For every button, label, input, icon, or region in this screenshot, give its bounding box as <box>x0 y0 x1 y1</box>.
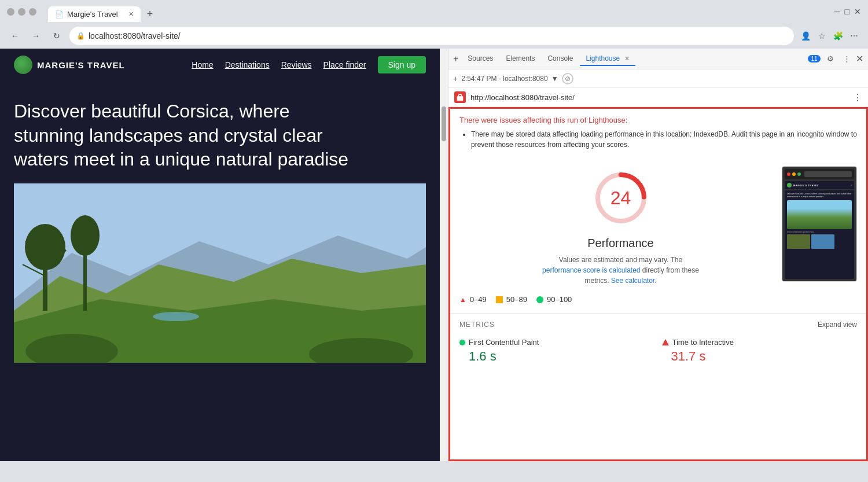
gauge-number: 24 <box>610 187 631 209</box>
sc-yellow-dot <box>792 172 796 176</box>
metric-tti: Time to Interactive 31.7 s <box>662 338 858 364</box>
url-more-icon[interactable]: ⋮ <box>853 92 862 103</box>
minimize-button[interactable]: ─ <box>7 8 14 16</box>
orange-square-icon <box>496 296 503 303</box>
legend-red-label: 0–49 <box>470 295 487 304</box>
tab-bar: 📄 Margie's Travel ✕ + <box>41 1 830 22</box>
devtools-close-button[interactable]: ✕ <box>856 53 863 64</box>
lh-issue-title: There were issues affecting this run of … <box>459 116 857 124</box>
metric-fcp: First Contentful Paint 1.6 s <box>459 338 655 364</box>
forward-button[interactable]: → <box>28 28 44 44</box>
url-input[interactable]: 🔒 localhost:8080/travel-site/ <box>69 27 794 45</box>
main-layout: MARGIE'S TRAVEL Home Destinations Review… <box>0 49 868 461</box>
lh-performance-link[interactable]: performance score is calculated <box>542 266 640 274</box>
sc-landscape-image <box>787 200 852 229</box>
metric-fcp-text: First Contentful Paint <box>469 338 539 347</box>
more-icon[interactable]: ⋯ <box>847 29 861 43</box>
site-header: MARGIE'S TRAVEL Home Destinations Review… <box>0 49 440 81</box>
legend-green-label: 90–100 <box>547 295 572 304</box>
tab-console[interactable]: Console <box>542 52 579 66</box>
lh-issues-section: There were issues affecting this run of … <box>450 109 866 157</box>
lh-metrics-grid: First Contentful Paint 1.6 s Time to Int… <box>450 333 866 369</box>
tab-lighthouse-close[interactable]: ✕ <box>624 55 630 62</box>
globe-icon <box>14 56 32 74</box>
legend-red: ▲ 0–49 <box>459 295 487 304</box>
close-icon[interactable]: ✕ <box>854 7 861 16</box>
website-panel: MARGIE'S TRAVEL Home Destinations Review… <box>0 49 440 461</box>
maximize-button[interactable]: □ <box>18 8 25 16</box>
lh-calculator-link[interactable]: See calculator. <box>611 277 657 285</box>
lh-issue-list: There may be stored data affecting loadi… <box>459 129 857 150</box>
new-tab-devtools-icon[interactable]: + <box>453 74 458 83</box>
lh-legend: ▲ 0–49 50–89 90–100 <box>450 290 866 313</box>
devtools-icons: 11 ⚙ ⋮ ✕ <box>807 52 863 66</box>
lh-score-label: Performance <box>587 237 654 250</box>
extensions-icon[interactable]: 🧩 <box>831 29 845 43</box>
site-logo: MARGIE'S TRAVEL <box>14 56 125 74</box>
tab-elements[interactable]: Elements <box>500 52 540 66</box>
metrics-title: METRICS <box>459 321 495 329</box>
lock-svg <box>456 93 464 101</box>
tab-lighthouse[interactable]: Lighthouse ✕ <box>580 52 635 66</box>
gauge-circle: 24 <box>589 166 653 230</box>
sc-content: Discover beautiful Corsica, where stunni… <box>785 190 854 279</box>
sc-brand: MARGIE'S TRAVEL <box>793 184 819 187</box>
window-controls-right: ─ □ ✕ <box>834 7 861 16</box>
tab-sources[interactable]: Sources <box>462 52 499 66</box>
svg-point-11 <box>153 312 199 321</box>
nav-destinations[interactable]: Destinations <box>225 60 270 69</box>
devtools-add-panel-button[interactable]: + <box>453 54 458 64</box>
lh-issue-item: There may be stored data affecting loadi… <box>471 129 857 150</box>
settings-icon[interactable]: ⚙ <box>823 52 837 66</box>
sc-green-dot <box>797 172 801 176</box>
restore-icon[interactable]: □ <box>845 7 849 16</box>
signup-button[interactable]: Sign up <box>378 56 426 73</box>
close-button[interactable]: ✕ <box>29 8 36 16</box>
lh-screenshot: MARGIE'S TRAVEL ≡ Discover beautiful Cor… <box>782 166 857 282</box>
customize-icon[interactable]: ⋮ <box>840 52 854 66</box>
green-circle-icon <box>536 296 543 303</box>
metric-green-dot <box>459 340 465 345</box>
nav-reviews[interactable]: Reviews <box>281 60 312 69</box>
address-bar: ← → ↻ 🔒 localhost:8080/travel-site/ 👤 ☆ … <box>0 23 868 49</box>
lh-metrics-header: METRICS Expand view <box>450 313 866 333</box>
tab-favicon: 📄 <box>55 10 64 19</box>
sc-url-bar <box>804 171 852 177</box>
metric-tti-label: Time to Interactive <box>662 338 858 347</box>
sc-site-header: MARGIE'S TRAVEL ≡ <box>785 181 854 189</box>
panel-scrollbar[interactable] <box>440 49 448 461</box>
svg-point-10 <box>71 215 100 256</box>
badge-icon[interactable]: 11 <box>807 52 821 66</box>
landscape-svg <box>14 183 426 363</box>
site-nav: Home Destinations Reviews Place finder S… <box>192 56 426 73</box>
cancel-icon[interactable]: ⊘ <box>562 73 573 84</box>
sc-hero-text: Discover beautiful Corsica, where stunni… <box>787 193 852 198</box>
nav-home[interactable]: Home <box>192 60 213 69</box>
lh-description: Values are estimated and may vary. The p… <box>540 255 702 286</box>
sc-cards <box>787 234 852 249</box>
security-lock-icon: 🔒 <box>76 32 85 40</box>
lh-score-section: 24 Performance Values are estimated and … <box>450 157 866 290</box>
reload-button[interactable]: ↻ <box>49 28 65 44</box>
devtools-panel: + Sources Elements Console Lighthouse ✕ … <box>448 49 868 461</box>
devtools-toolbar: + 2:54:47 PM - localhost:8080 ▼ ⊘ <box>448 69 868 88</box>
favorites-icon[interactable]: ☆ <box>815 29 829 43</box>
scroll-thumb <box>442 106 446 141</box>
new-tab-button[interactable]: + <box>142 6 158 22</box>
expand-view-button[interactable]: Expand view <box>818 321 857 329</box>
profile-icon[interactable]: 👤 <box>799 29 812 43</box>
metric-fcp-value: 1.6 s <box>459 349 655 364</box>
tab-close-button[interactable]: ✕ <box>128 10 134 18</box>
browser-chrome: ─ □ ✕ 📄 Margie's Travel ✕ + ─ □ ✕ ← → ↻ … <box>0 0 868 49</box>
metric-tti-text: Time to Interactive <box>672 338 734 347</box>
back-button[interactable]: ← <box>7 28 23 44</box>
browser-tab-active[interactable]: 📄 Margie's Travel ✕ <box>48 6 141 22</box>
minimize-icon[interactable]: ─ <box>834 7 840 16</box>
dropdown-arrow[interactable]: ▼ <box>551 75 558 83</box>
nav-place-finder[interactable]: Place finder <box>323 60 366 69</box>
devtools-tabs: + Sources Elements Console Lighthouse ✕ … <box>448 49 868 69</box>
hero-text: Discover beautiful Corsica, where stunni… <box>14 100 361 172</box>
devtools-url: http://localhost:8080/travel-site/ <box>470 93 848 102</box>
sc-nav: ≡ <box>851 184 852 186</box>
metric-tti-value: 31.7 s <box>662 349 858 364</box>
